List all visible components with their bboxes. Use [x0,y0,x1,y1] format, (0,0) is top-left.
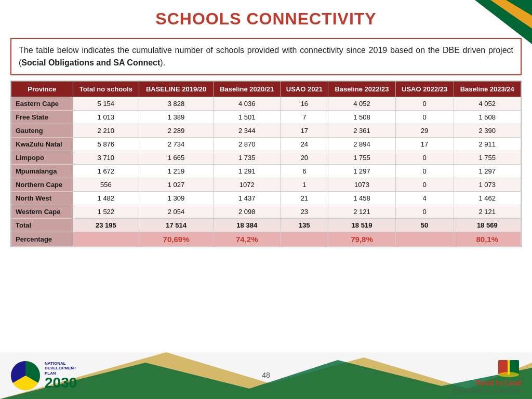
cell-pct-b2223: 79,8% [328,232,395,247]
cell-total-b2324: 18 569 [454,219,521,232]
bold-phrase: Social Obligations and SA Connect [21,58,160,67]
cell-total-b2021: 18 384 [214,219,281,232]
page-number: 48 [262,371,270,379]
col-baseline-2223: Baseline 2022/23 [328,82,395,97]
table-row: Limpopo 3 710 1 665 1 735 20 1 755 0 1 7… [11,151,521,165]
cell-usao2223: 0 [395,205,454,219]
cell-b1920: 2 289 [139,124,214,138]
cell-usao2021: 7 [281,111,328,124]
cell-province: Mpumalanga [11,165,73,178]
cell-b2324: 2 911 [454,138,521,151]
percentage-row: Percentage 70,69% 74,2% 79,8% 80,1% [11,232,521,247]
table-header-row: Province Total no schools BASELINE 2019/… [11,82,521,97]
col-baseline-2021: Baseline 2020/21 [214,82,281,97]
cell-b2223: 1 755 [328,151,395,165]
table-row: KwaZulu Natal 5 876 2 734 2 870 24 2 894… [11,138,521,151]
ndp-year: 2030 [45,376,77,390]
cell-b1920: 1 389 [139,111,214,124]
cell-province: KwaZulu Natal [11,138,73,151]
cell-b2021: 2 870 [214,138,281,151]
cell-b2223: 4 052 [328,97,395,111]
data-table-container: Province Total no schools BASELINE 2019/… [10,81,522,247]
cell-total: 1 522 [73,205,139,219]
col-total: Total no schools [73,82,139,97]
cell-total-b2223: 18 519 [328,219,395,232]
table-row: Mpumalanga 1 672 1 219 1 291 6 1 297 0 1… [11,165,521,178]
title-section: SCHOOLS CONNECTIVITY [0,0,532,34]
col-province: Province [11,82,73,97]
cell-usao2021: 17 [281,124,328,138]
cell-province: Gauteng [11,124,73,138]
cell-province: Eastern Cape [11,97,73,111]
cell-pct-label: Percentage [11,232,73,247]
cell-b2021: 1 501 [214,111,281,124]
cell-total: 5 876 [73,138,139,151]
cell-total: 3 710 [73,151,139,165]
cell-province: Limpopo [11,151,73,165]
cell-b2324: 1 073 [454,178,521,192]
cell-b2324: 1 462 [454,192,521,205]
cell-b1920: 1 219 [139,165,214,178]
cell-total-label: Total [11,219,73,232]
cell-b1920: 3 828 [139,97,214,111]
cell-usao2223: 0 [395,97,454,111]
cell-b2021: 2 344 [214,124,281,138]
cell-pct-empty1 [73,232,139,247]
ndp-circle-logo [10,361,41,391]
svg-point-9 [498,372,519,377]
table-row: Western Cape 1 522 2 054 2 098 23 2 121 … [11,205,521,219]
table-row: North West 1 482 1 309 1 437 21 1 458 4 … [11,192,521,205]
cell-pct-empty3 [395,232,454,247]
cell-total: 5 154 [73,97,139,111]
cell-province: Free State [11,111,73,124]
cell-total: 556 [73,178,139,192]
cell-total-b1920: 17 514 [139,219,214,232]
cell-total: 1 672 [73,165,139,178]
read-to-lead-section: Read to Lead A Reading Nation is a Leadi… [453,359,522,393]
cell-usao2223: 0 [395,151,454,165]
connectivity-table: Province Total no schools BASELINE 2019/… [11,81,521,247]
cell-b2324: 1 508 [454,111,521,124]
cell-province: North West [11,192,73,205]
total-row: Total 23 195 17 514 18 384 135 18 519 50… [11,219,521,232]
cell-total-usao2223: 50 [395,219,454,232]
cell-b2324: 2 390 [454,124,521,138]
cell-total: 1 482 [73,192,139,205]
cell-total: 2 210 [73,124,139,138]
book-icon [496,359,522,378]
cell-b2021: 1 291 [214,165,281,178]
cell-usao2223: 0 [395,111,454,124]
cell-usao2223: 17 [395,138,454,151]
cell-usao2021: 21 [281,192,328,205]
cell-usao2223: 4 [395,192,454,205]
cell-b1920: 2 734 [139,138,214,151]
cell-province: Northern Cape [11,178,73,192]
cell-b2324: 1 297 [454,165,521,178]
tagline: Read to Lead [476,379,522,387]
cell-pct-empty2 [281,232,328,247]
cell-b2021: 2 098 [214,205,281,219]
cell-b1920: 1 665 [139,151,214,165]
ndp-label: NATIONALDEVELOPMENTPLAN [45,361,77,376]
cell-b2324: 1 755 [454,151,521,165]
cell-pct-b2021: 74,2% [214,232,281,247]
tagline-sub: A Reading Nation is a Leading Nation [453,388,522,393]
cell-total-usao2021: 135 [281,219,328,232]
cell-total: 1 013 [73,111,139,124]
cell-b2223: 2 361 [328,124,395,138]
cell-usao2021: 1 [281,178,328,192]
table-row: Eastern Cape 5 154 3 828 4 036 16 4 052 … [11,97,521,111]
description-text: The table below indicates the cumulative… [19,46,513,67]
cell-pct-b1920: 70,69% [139,232,214,247]
cell-usao2021: 24 [281,138,328,151]
cell-usao2021: 20 [281,151,328,165]
cell-b2223: 1 297 [328,165,395,178]
cell-b2223: 2 121 [328,205,395,219]
col-usao-2223: USAO 2022/23 [395,82,454,97]
cell-usao2021: 6 [281,165,328,178]
cell-b2223: 2 894 [328,138,395,151]
cell-usao2223: 29 [395,124,454,138]
ndp-logo: NATIONALDEVELOPMENTPLAN 2030 [10,361,77,391]
cell-b2324: 4 052 [454,97,521,111]
page-title: SCHOOLS CONNECTIVITY [10,9,522,29]
